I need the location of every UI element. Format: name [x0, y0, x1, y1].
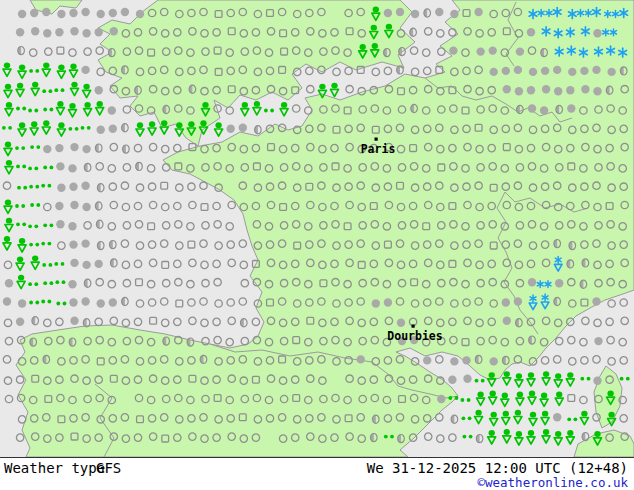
- weather-symbol-overcast-filled-circle: [396, 8, 404, 16]
- weather-symbol-overcast-filled-circle: [82, 261, 90, 269]
- weather-symbol-overcast-filled-circle: [18, 299, 26, 307]
- weather-symbol-overcast-filled-circle: [592, 66, 600, 74]
- weather-symbol-overcast-filled-circle: [97, 10, 105, 18]
- weather-symbol-overcast-filled-circle: [357, 355, 365, 363]
- weather-symbol-overcast-filled-circle: [69, 9, 77, 17]
- weather-symbol-overcast-filled-circle: [514, 66, 522, 74]
- weather-symbol-overcast-filled-circle: [121, 8, 129, 16]
- weather-symbol-overcast-filled-circle: [607, 68, 615, 76]
- weather-symbol-overcast-filled-circle: [97, 126, 105, 134]
- weather-symbol-overcast-filled-circle: [553, 66, 561, 74]
- weather-symbol-overcast-filled-circle: [56, 162, 64, 170]
- weather-symbol-overcast-filled-circle: [81, 8, 89, 16]
- weather-symbol-overcast-filled-circle: [490, 357, 498, 365]
- weather-symbol-overcast-filled-circle: [450, 357, 458, 365]
- weather-symbol-overcast-filled-circle: [109, 125, 117, 133]
- weather-symbol-overcast-filled-circle: [397, 319, 405, 327]
- weather-symbol-overcast-filled-circle: [227, 125, 235, 133]
- weather-symbol-overcast-filled-circle: [555, 279, 563, 287]
- weather-symbol-overcast-filled-circle: [109, 298, 117, 306]
- weather-symbol-overcast-filled-circle: [95, 260, 103, 268]
- weather-symbol-overcast-filled-circle: [411, 10, 419, 18]
- weather-symbol-overcast-filled-circle: [384, 9, 392, 17]
- weather-symbol-overcast-filled-circle: [82, 145, 90, 153]
- weather-symbol-overcast-filled-circle: [95, 86, 103, 94]
- weather-symbol-overcast-filled-circle: [463, 375, 471, 383]
- weather-symbol-overcast-filled-circle: [30, 9, 38, 17]
- weather-symbol-overcast-filled-circle: [68, 164, 76, 172]
- weather-symbol-overcast-filled-circle: [68, 280, 76, 288]
- weather-type-label: Weather type: [4, 460, 105, 476]
- model-label: GFS: [96, 460, 121, 476]
- city-label-text: Paris: [361, 142, 396, 156]
- weather-symbol-overcast-filled-circle: [31, 27, 39, 35]
- weather-symbol-overcast-filled-circle: [70, 317, 78, 325]
- weather-symbol-overcast-filled-circle: [81, 182, 89, 190]
- weather-symbol-overcast-filled-circle: [594, 337, 602, 345]
- weather-symbol-overcast-filled-circle: [437, 395, 445, 403]
- weather-symbol-overcast-filled-circle: [70, 201, 78, 209]
- weather-symbol-overcast-filled-circle: [68, 222, 76, 230]
- weather-symbol-overcast-filled-circle: [593, 377, 601, 385]
- weather-symbol-overcast-filled-circle: [554, 87, 562, 95]
- weather-symbol-overcast-filled-circle: [542, 85, 550, 93]
- weather-symbol-overcast-filled-circle: [55, 28, 63, 36]
- weather-symbol-overcast-filled-circle: [553, 413, 561, 421]
- weather-symbol-overcast-filled-circle: [528, 104, 536, 112]
- datetime-label: We 31-12-2025 12:00 UTC (12+48): [367, 460, 628, 476]
- weather-symbol-overcast-filled-circle: [69, 240, 77, 248]
- weather-symbol-overcast-filled-circle: [462, 356, 470, 364]
- weather-map-page: ParisDourbies Weather type GFS We 31-12-…: [0, 0, 634, 490]
- map-canvas: ParisDourbies: [0, 0, 634, 457]
- weather-symbol-overcast-filled-circle: [450, 10, 458, 18]
- city-label-text: Dourbies: [387, 329, 442, 343]
- weather-symbol-overcast-filled-circle: [502, 67, 510, 75]
- weather-symbol-overcast-filled-circle: [57, 184, 65, 192]
- weather-symbol-overcast-filled-circle: [81, 297, 89, 305]
- weather-symbol-overcast-filled-circle: [95, 28, 103, 36]
- weather-symbol-overcast-filled-circle: [136, 10, 144, 18]
- weather-symbol-overcast-filled-circle: [490, 68, 498, 76]
- weather-symbol-overcast-filled-circle: [541, 67, 549, 75]
- weather-symbol-overcast-filled-circle: [16, 28, 24, 36]
- weather-symbol-overcast-filled-circle: [70, 259, 78, 267]
- weather-symbol-overcast-filled-circle: [69, 183, 77, 191]
- weather-symbol-overcast-filled-circle: [109, 9, 117, 17]
- weather-symbol-overcast-filled-circle: [81, 239, 89, 247]
- weather-symbol-overcast-filled-circle: [384, 298, 392, 306]
- weather-symbol-overcast-filled-circle: [435, 8, 443, 16]
- weather-symbol-overcast-filled-circle: [489, 46, 497, 54]
- weather-symbol-overcast-filled-circle: [503, 317, 511, 325]
- weather-symbol-overcast-filled-circle: [372, 299, 380, 307]
- weather-symbol-overcast-filled-circle: [43, 145, 51, 153]
- weather-symbol-overcast-filled-circle: [69, 298, 77, 306]
- weather-map: ParisDourbies: [0, 0, 634, 458]
- weather-symbol-overcast-filled-circle: [239, 124, 247, 132]
- weather-symbol-overcast-filled-circle: [42, 8, 50, 16]
- weather-symbol-overcast-filled-circle: [97, 299, 105, 307]
- weather-symbol-overcast-filled-circle: [5, 279, 13, 287]
- weather-symbol-overcast-filled-circle: [566, 86, 574, 94]
- weather-symbol-overcast-filled-circle: [57, 10, 65, 18]
- copyright-link[interactable]: ©weatheronline.co.uk: [477, 475, 628, 490]
- weather-symbol-overcast-filled-circle: [503, 85, 511, 93]
- weather-symbol-overcast-filled-circle: [55, 144, 63, 152]
- weather-symbol-overcast-filled-circle: [82, 29, 90, 37]
- weather-symbol-overcast-filled-circle: [43, 29, 51, 37]
- footer-bar: Weather type GFS We 31-12-2025 12:00 UTC…: [0, 458, 634, 490]
- weather-symbol-overcast-filled-circle: [567, 104, 575, 112]
- weather-symbol-overcast-filled-circle: [3, 297, 11, 305]
- weather-symbol-overcast-filled-circle: [449, 46, 457, 54]
- weather-symbol-overcast-filled-circle: [592, 297, 600, 305]
- weather-symbol-overcast-filled-circle: [580, 67, 588, 75]
- weather-symbol-overcast-filled-circle: [593, 29, 601, 37]
- weather-symbol-overcast-filled-circle: [82, 203, 90, 211]
- weather-symbol-overcast-filled-circle: [110, 27, 118, 35]
- weather-symbol-overcast-filled-circle: [81, 66, 89, 74]
- weather-symbol-overcast-filled-circle: [474, 8, 482, 16]
- weather-symbol-overcast-filled-circle: [476, 47, 484, 55]
- weather-symbol-overcast-filled-circle: [568, 68, 576, 76]
- weather-symbol-overcast-filled-circle: [540, 106, 548, 114]
- weather-symbol-overcast-filled-circle: [527, 28, 535, 36]
- weather-symbol-overcast-filled-circle: [55, 202, 63, 210]
